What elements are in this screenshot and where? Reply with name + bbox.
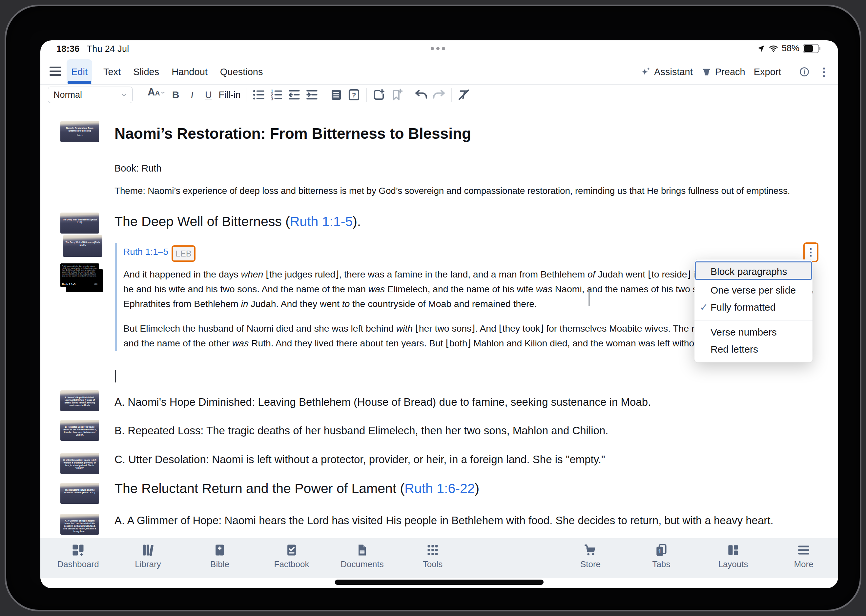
tab-handout[interactable]: Handout: [170, 60, 209, 84]
undo-button[interactable]: [414, 86, 428, 103]
redo-button[interactable]: [432, 86, 446, 103]
svg-text:?: ?: [352, 91, 356, 99]
bible-reference-link[interactable]: Ruth 1:6-22: [404, 481, 475, 496]
question-slide-button[interactable]: ?: [347, 86, 361, 103]
secondary-text-cursor: [588, 290, 590, 306]
bottombar-item-dashboard[interactable]: Dashboard: [50, 543, 106, 569]
outline-item-a[interactable]: A. Naomi's Hope Diminished: Leaving Beth…: [115, 394, 819, 410]
bottombar-item-store[interactable]: Store: [563, 543, 618, 569]
slide-thumb-title: Naomi’s Restoration: From Bitterness to …: [60, 121, 99, 132]
bold-button[interactable]: B: [170, 86, 182, 103]
formatting-toolbar: Normal AA B I U Fill-in 123 ?: [40, 84, 838, 105]
clear-formatting-button[interactable]: [457, 86, 471, 103]
slide-thumbnail[interactable]: Naomi’s Restoration: From Bitterness to …: [60, 121, 99, 142]
outdent-button[interactable]: [287, 86, 301, 103]
add-slide-button[interactable]: [372, 86, 386, 103]
slide-thumbnail[interactable]: C. Utter Desolation: Naomi is left witho…: [60, 453, 99, 474]
empty-paragraph[interactable]: [115, 369, 819, 384]
export-button[interactable]: Export: [754, 67, 781, 77]
bottombar-item-bible[interactable]: Bible: [192, 543, 248, 569]
bottombar-item-more[interactable]: More: [776, 543, 831, 569]
outline-item-a2[interactable]: A. A Glimmer of Hope: Naomi hears the Lo…: [115, 512, 819, 529]
slide-thumb-version: LEB: [94, 283, 97, 285]
bottombar-label: Layouts: [718, 559, 748, 569]
bottombar-item-documents[interactable]: Documents: [334, 543, 390, 569]
passage-reference-link[interactable]: Ruth 1:1–5: [123, 247, 168, 257]
info-icon: [799, 66, 810, 77]
sermon-title[interactable]: Naomi’s Restoration: From Bitterness to …: [115, 124, 819, 143]
outline-item-c[interactable]: C. Utter Desolation: Naomi is left witho…: [115, 452, 819, 467]
slide-thumb-title: B. Repeated Loss: The tragic deaths of h…: [60, 420, 99, 436]
menu-item-block-paragraphs[interactable]: Block paragraphs: [695, 261, 812, 280]
overflow-menu-button[interactable]: ⋮: [819, 65, 830, 79]
library-icon: [141, 543, 155, 557]
slide-thumbnail[interactable]: B. Repeated Loss: The tragic deaths of h…: [60, 420, 99, 441]
tab-text[interactable]: Text: [102, 60, 122, 84]
bottom-app-bar: Dashboard Library Bible Factbook Documen…: [40, 538, 838, 578]
divider: [451, 88, 452, 102]
battery-icon: [803, 44, 819, 53]
preach-button[interactable]: Preach: [701, 67, 745, 77]
status-bar: 18:36Thu 24 Jul 58%: [40, 40, 838, 60]
multitask-dots-icon[interactable]: [431, 47, 445, 50]
text-cursor: [115, 370, 116, 382]
status-date: Thu 24 Jul: [87, 44, 129, 54]
underline-button[interactable]: U: [203, 86, 215, 103]
bottombar-item-library[interactable]: Library: [120, 543, 176, 569]
svg-text:3: 3: [270, 96, 273, 101]
menu-item-one-verse-per-slide[interactable]: One verse per slide: [695, 282, 813, 299]
outline-item-b[interactable]: B. Repeated Loss: The tragic deaths of h…: [115, 423, 819, 438]
menu-item-verse-numbers[interactable]: Verse numbers: [695, 324, 813, 341]
paragraph-style-select[interactable]: Normal: [48, 86, 132, 103]
section-heading-suffix: ): [475, 481, 479, 496]
italic-button[interactable]: I: [186, 86, 198, 103]
fill-in-button[interactable]: Fill-in: [219, 86, 241, 103]
slide-thumbnail[interactable]: The Deep Well of Bitterness (Ruth 1:1-5)…: [60, 212, 99, 234]
assistant-button[interactable]: Assistant: [640, 66, 693, 77]
slide-thumbnail[interactable]: The Deep Well of Bitterness (Ruth 1:1-5)…: [63, 235, 102, 257]
add-bookmark-button[interactable]: [390, 86, 404, 103]
numbered-list-button[interactable]: 123: [269, 86, 283, 103]
font-size-button[interactable]: AA: [148, 86, 166, 103]
preach-label: Preach: [715, 67, 745, 77]
slide-thumb-subtitle: Ruth 1: [60, 132, 99, 136]
divider: [246, 88, 246, 102]
section-heading-text: The Reluctant Return and the Power of La…: [115, 481, 404, 496]
slide-thumbnail[interactable]: A. A Glimmer of Hope: Naomi hears the Lo…: [60, 514, 99, 535]
slide-thumbnail[interactable]: A. Naomi's Hope Diminished: Leaving Beth…: [60, 390, 99, 411]
bible-version-chip[interactable]: LEB: [171, 245, 195, 262]
menu-hamburger-icon[interactable]: [50, 67, 61, 76]
tab-questions[interactable]: Questions: [219, 60, 264, 84]
info-button[interactable]: [799, 66, 810, 77]
book-line[interactable]: Book: Ruth: [115, 162, 819, 174]
bible-reference-link[interactable]: Ruth 1:1-5: [290, 214, 353, 229]
section-heading-2[interactable]: The Reluctant Return and the Power of La…: [115, 480, 819, 497]
slide-thumbnail[interactable]: The Reluctant Return and the Power of La…: [60, 483, 99, 504]
bottombar-item-tabs[interactable]: 1 Tabs: [633, 543, 689, 569]
slide-text-button[interactable]: [329, 86, 343, 103]
bottombar-item-layouts[interactable]: Layouts: [705, 543, 761, 569]
home-indicator[interactable]: [335, 580, 544, 585]
tab-edit[interactable]: Edit: [67, 60, 92, 84]
battery-percent: 58%: [782, 43, 799, 53]
bottombar-item-tools[interactable]: Tools: [405, 543, 461, 569]
menu-item-label: Fully formatted: [710, 302, 775, 313]
bullet-list-button[interactable]: [251, 86, 266, 103]
paragraph-style-value: Normal: [53, 90, 82, 100]
bottombar-item-factbook[interactable]: Factbook: [264, 543, 319, 569]
menu-item-red-letters[interactable]: Red letters: [695, 341, 813, 358]
passage-options-button-highlighted[interactable]: ⋮: [803, 242, 819, 262]
slide-thumbnail-verse[interactable]: And it happened in the days when the jud…: [60, 263, 104, 294]
tab-slides[interactable]: Slides: [132, 60, 160, 84]
slide-thumb-title: The Deep Well of Bitterness (Ruth 1:1-5)…: [63, 235, 102, 246]
section-heading-1[interactable]: The Deep Well of Bitterness (Ruth 1:1-5)…: [115, 213, 819, 229]
divider: [366, 88, 367, 102]
slide-thumb-front: And it happened in the days when the jud…: [60, 263, 99, 287]
kebab-icon: ⋮: [819, 65, 830, 79]
factbook-icon: [284, 543, 299, 557]
tabs-icon: 1: [654, 543, 668, 557]
indent-button[interactable]: [305, 86, 319, 103]
menu-item-fully-formatted[interactable]: ✓Fully formatted: [695, 299, 813, 316]
theme-line[interactable]: Theme: Naomi’s experience of deep loss a…: [115, 185, 819, 197]
store-icon: [583, 543, 598, 557]
